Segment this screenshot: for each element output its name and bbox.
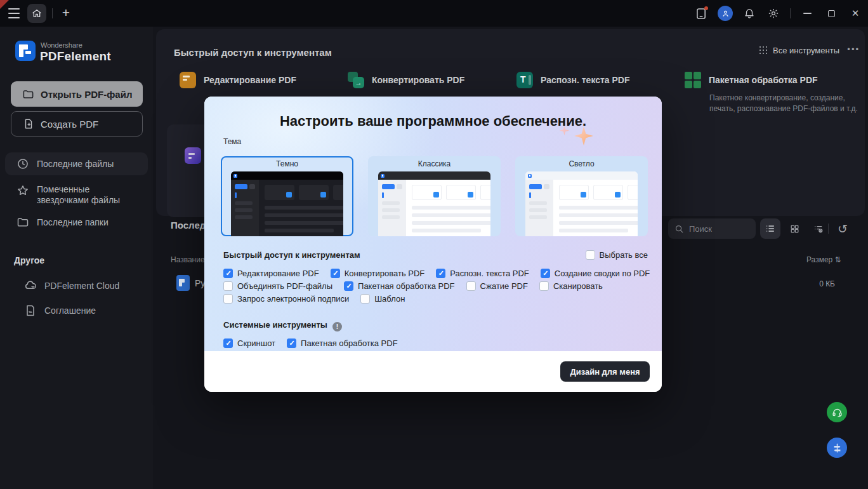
account-avatar[interactable] bbox=[718, 6, 733, 21]
home-tab[interactable] bbox=[27, 4, 46, 23]
checkbox-merge-pdf[interactable]: Объединять PDF-файлы bbox=[223, 281, 332, 291]
checkbox-edit-pdf[interactable]: Редактирование PDF bbox=[223, 269, 319, 278]
convert-pdf-icon bbox=[348, 72, 364, 88]
quick-access-label: Быстрый доступ к инструментам bbox=[223, 250, 360, 260]
info-icon[interactable] bbox=[332, 322, 342, 332]
sidebar: Wondershare PDFelement Открыть PDF-файл … bbox=[0, 27, 153, 489]
ocr-pdf-icon bbox=[516, 72, 533, 88]
checkbox-batch-pdf[interactable]: Пакетная обработка PDF bbox=[344, 281, 455, 291]
checkbox-box[interactable] bbox=[436, 269, 445, 278]
maximize-button[interactable] bbox=[824, 6, 839, 21]
all-tools-button[interactable]: Все инструменты bbox=[760, 46, 839, 55]
create-pdf-label: Создать PDF bbox=[41, 119, 98, 130]
corner-accent bbox=[0, 0, 9, 9]
checkbox-box[interactable] bbox=[287, 338, 296, 348]
checkbox-label: Пакетная обработка PDF bbox=[358, 281, 455, 291]
guide-button[interactable] bbox=[827, 438, 847, 458]
titlebar bbox=[0, 0, 868, 27]
list-view-button[interactable] bbox=[760, 218, 780, 239]
checkbox-box[interactable] bbox=[331, 269, 340, 278]
close-button[interactable] bbox=[848, 6, 863, 21]
tab-divider bbox=[52, 8, 53, 18]
checkbox-compress-pdf[interactable]: Сжатие PDF bbox=[466, 281, 528, 291]
checkbox-box[interactable] bbox=[541, 269, 550, 278]
tool-card-ocr-pdf[interactable]: Распозн. текста PDF bbox=[516, 72, 630, 88]
sidebar-item-recent-folders[interactable]: Последние папки bbox=[5, 211, 148, 234]
folder-icon bbox=[22, 88, 34, 100]
checkbox-box[interactable] bbox=[466, 281, 476, 291]
theme-section-label: Тема bbox=[223, 137, 241, 146]
search-icon bbox=[674, 224, 684, 234]
checkbox-box[interactable] bbox=[223, 269, 233, 278]
grid-dots-icon bbox=[760, 46, 768, 55]
clear-list-button[interactable] bbox=[808, 218, 829, 239]
sidebar-item-starred-files[interactable]: Помеченные звездочками файлы bbox=[5, 179, 148, 211]
new-tab-button[interactable] bbox=[58, 5, 74, 20]
checkbox-box[interactable] bbox=[360, 294, 370, 304]
theme-card-dark[interactable]: Темно bbox=[221, 156, 353, 236]
open-pdf-button[interactable]: Открыть PDF-файл bbox=[11, 81, 143, 107]
support-button[interactable] bbox=[827, 402, 847, 422]
checkbox-label: Распозн. текста PDF bbox=[450, 269, 529, 278]
system-tools-label: Системные инструменты bbox=[223, 320, 342, 332]
summary-pdf-icon bbox=[185, 147, 201, 164]
select-all-checkbox[interactable]: Выбрать все bbox=[586, 250, 648, 260]
tool-card-batch-pdf[interactable]: Пакетная обработка PDF bbox=[685, 72, 818, 88]
sidebar-item-label: Последние файлы bbox=[37, 159, 114, 170]
checkbox-scan[interactable]: Сканировать bbox=[539, 281, 603, 291]
checkbox-box[interactable] bbox=[586, 250, 595, 260]
tool-card-edit-pdf[interactable]: Редактирование PDF bbox=[180, 72, 296, 88]
tool-card-convert-pdf[interactable]: Конвертировать PDF bbox=[348, 72, 464, 88]
checkbox-summary-pdf[interactable]: Создание сводки по PDF bbox=[541, 269, 650, 278]
search-input[interactable] bbox=[689, 224, 746, 234]
design-for-me-button[interactable]: Дизайн для меня bbox=[560, 361, 650, 382]
column-header-size[interactable]: Размер bbox=[806, 255, 841, 264]
device-icon[interactable] bbox=[694, 6, 709, 21]
search-box[interactable] bbox=[668, 218, 756, 239]
column-header-name: Название bbox=[171, 255, 205, 264]
settings-gear-icon[interactable] bbox=[766, 6, 781, 21]
list-view-icon bbox=[765, 224, 775, 234]
checkbox-screenshot[interactable]: Скриншот bbox=[223, 338, 275, 348]
create-pdf-button[interactable]: Создать PDF bbox=[11, 111, 143, 137]
checkbox-esign-request[interactable]: Запрос электронной подписи bbox=[223, 294, 349, 304]
checkbox-box[interactable] bbox=[223, 294, 233, 304]
signpost-icon bbox=[832, 443, 843, 453]
theme-preview-classic bbox=[378, 171, 490, 236]
headset-icon bbox=[832, 407, 843, 418]
sidebar-item-label: Последние папки bbox=[37, 217, 109, 228]
sidebar-item-agreement[interactable]: Соглашение bbox=[24, 304, 96, 317]
menu-icon[interactable] bbox=[8, 8, 20, 18]
checkbox-box[interactable] bbox=[344, 281, 353, 291]
sidebar-item-label: PDFelement Cloud bbox=[44, 281, 119, 291]
sidebar-item-recent-files[interactable]: Последние файлы bbox=[5, 152, 148, 175]
grid-view-button[interactable] bbox=[784, 218, 805, 239]
pdfelement-logo-icon bbox=[15, 41, 36, 61]
sidebar-item-cloud[interactable]: PDFelement Cloud bbox=[24, 279, 119, 292]
checkbox-convert-pdf[interactable]: Конвертировать PDF bbox=[331, 269, 425, 278]
checkbox-label: Запрос электронной подписи bbox=[237, 294, 349, 304]
checkbox-label: Скриншот bbox=[237, 338, 275, 348]
more-options-icon[interactable] bbox=[847, 44, 860, 54]
theme-card-light[interactable]: Светло bbox=[515, 156, 648, 236]
checkbox-system-batch-pdf[interactable]: Пакетная обработка PDF bbox=[287, 338, 398, 348]
brand-pdfelement: PDFelement bbox=[40, 50, 111, 64]
agreement-doc-icon bbox=[24, 304, 37, 317]
checkbox-template[interactable]: Шаблон bbox=[360, 294, 405, 304]
tool-name: Конвертировать PDF bbox=[372, 72, 464, 85]
all-tools-label: Все инструменты bbox=[773, 46, 839, 55]
checkbox-box[interactable] bbox=[223, 338, 233, 348]
notifications-icon[interactable] bbox=[742, 6, 757, 21]
edit-pdf-icon bbox=[180, 72, 196, 88]
quick-access-title: Быстрый доступ к инструментам bbox=[174, 47, 332, 58]
checkbox-box[interactable] bbox=[223, 281, 233, 291]
restore-list-button[interactable] bbox=[832, 218, 853, 239]
checkbox-label: Создание сводки по PDF bbox=[555, 269, 650, 278]
quick-tools-row-2: Объединять PDF-файлы Пакетная обработка … bbox=[223, 281, 603, 291]
document-plus-icon bbox=[23, 118, 34, 130]
theme-name: Темно bbox=[221, 159, 353, 168]
minimize-button[interactable] bbox=[799, 6, 815, 21]
checkbox-ocr-pdf[interactable]: Распозн. текста PDF bbox=[436, 269, 529, 278]
checkbox-box[interactable] bbox=[539, 281, 549, 291]
theme-card-classic[interactable]: Классика bbox=[368, 156, 501, 236]
